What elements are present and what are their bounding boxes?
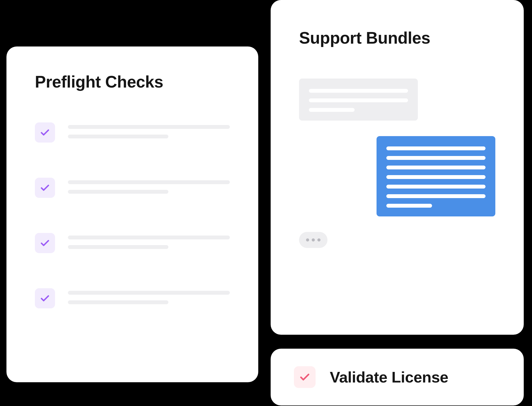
placeholder-lines — [68, 122, 230, 144]
check-icon — [35, 178, 55, 198]
placeholder-lines — [68, 288, 230, 310]
placeholder-line — [386, 185, 486, 189]
placeholder-line — [386, 175, 486, 179]
support-bundles-card: Support Bundles — [271, 0, 524, 335]
chat-bubble-incoming — [299, 79, 418, 121]
preflight-check-item — [35, 233, 230, 255]
check-icon — [35, 288, 55, 308]
placeholder-line — [386, 146, 486, 150]
preflight-checks-card: Preflight Checks — [6, 46, 258, 382]
preflight-check-item — [35, 178, 230, 199]
placeholder-lines — [68, 178, 230, 199]
chat-bubble-outgoing — [377, 136, 495, 216]
placeholder-line — [68, 245, 168, 249]
placeholder-line — [68, 291, 230, 295]
placeholder-line — [68, 135, 168, 138]
placeholder-line — [386, 156, 486, 160]
check-icon — [294, 366, 316, 388]
check-icon — [35, 233, 55, 253]
preflight-title: Preflight Checks — [35, 72, 230, 91]
placeholder-line — [386, 204, 432, 208]
validate-title: Validate License — [330, 368, 448, 386]
placeholder-lines — [68, 233, 230, 255]
preflight-check-item — [35, 288, 230, 310]
placeholder-line — [68, 180, 230, 184]
placeholder-line — [309, 89, 408, 93]
placeholder-line — [386, 166, 486, 169]
preflight-check-item — [35, 122, 230, 144]
typing-dot — [317, 238, 320, 241]
support-title: Support Bundles — [299, 28, 495, 48]
placeholder-line — [309, 108, 355, 112]
placeholder-line — [68, 190, 168, 194]
placeholder-line — [68, 125, 230, 129]
typing-indicator-icon — [299, 232, 327, 248]
check-icon — [35, 122, 55, 143]
placeholder-line — [68, 300, 168, 304]
typing-dot — [306, 238, 309, 241]
placeholder-line — [309, 98, 408, 102]
placeholder-line — [386, 194, 486, 198]
validate-license-card: Validate License — [271, 349, 524, 405]
typing-dot — [312, 238, 315, 241]
placeholder-line — [68, 236, 230, 239]
